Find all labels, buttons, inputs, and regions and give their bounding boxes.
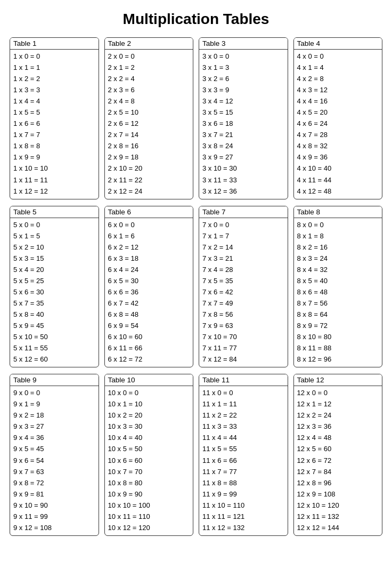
table-row: 4 x 2 = 8 (297, 73, 379, 84)
table-row: 8 x 6 = 48 (297, 286, 379, 298)
table-row: 1 x 5 = 5 (13, 107, 95, 118)
table-row: 8 x 9 = 72 (297, 320, 379, 331)
table-row: 10 x 10 = 100 (108, 500, 190, 511)
table-row: 8 x 0 = 0 (297, 219, 379, 230)
table-row: 4 x 0 = 0 (297, 51, 379, 62)
table-title-9: Table 9 (10, 374, 99, 386)
table-row: 4 x 1 = 4 (297, 62, 379, 73)
table-title-7: Table 7 (199, 206, 288, 218)
table-row: 12 x 6 = 72 (297, 455, 379, 466)
table-row: 10 x 5 = 50 (108, 443, 190, 454)
table-row: 7 x 6 = 42 (202, 286, 284, 298)
table-row: 9 x 2 = 18 (13, 410, 95, 421)
table-row: 1 x 0 = 0 (13, 51, 95, 62)
table-row: 4 x 5 = 20 (297, 107, 379, 118)
multiplication-table-11: Table 1111 x 0 = 011 x 1 = 1111 x 2 = 22… (199, 374, 288, 536)
table-row: 10 x 0 = 0 (108, 387, 190, 398)
table-row: 4 x 11 = 44 (297, 174, 379, 186)
table-row: 10 x 9 = 90 (108, 488, 190, 500)
table-row: 12 x 8 = 96 (297, 477, 379, 488)
table-title-11: Table 11 (199, 374, 288, 386)
table-row: 10 x 2 = 20 (108, 410, 190, 421)
table-row: 2 x 11 = 22 (108, 174, 190, 186)
table-row: 2 x 3 = 6 (108, 84, 190, 95)
table-row: 4 x 12 = 48 (297, 186, 379, 197)
table-row: 12 x 11 = 132 (297, 511, 379, 522)
table-row: 11 x 0 = 0 (202, 387, 284, 398)
table-row: 12 x 1 = 12 (297, 398, 379, 410)
table-row: 11 x 4 = 44 (202, 432, 284, 443)
table-row: 2 x 7 = 14 (108, 129, 190, 140)
table-row: 6 x 8 = 48 (108, 309, 190, 320)
table-row: 5 x 3 = 15 (13, 253, 95, 264)
table-row: 5 x 7 = 35 (13, 298, 95, 309)
table-row: 3 x 2 = 6 (202, 73, 284, 84)
table-row: 2 x 8 = 16 (108, 140, 190, 151)
table-row: 6 x 10 = 60 (108, 331, 190, 342)
table-row: 8 x 10 = 80 (297, 331, 379, 342)
table-row: 8 x 11 = 88 (297, 342, 379, 354)
table-row: 12 x 9 = 108 (297, 488, 379, 500)
table-row: 5 x 0 = 0 (13, 219, 95, 230)
table-row: 6 x 4 = 24 (108, 264, 190, 275)
table-row: 2 x 12 = 24 (108, 186, 190, 197)
table-row: 3 x 9 = 27 (202, 151, 284, 163)
multiplication-table-8: Table 88 x 0 = 08 x 1 = 88 x 2 = 168 x 3… (293, 206, 383, 368)
table-row: 7 x 11 = 77 (202, 342, 284, 354)
table-row: 6 x 9 = 54 (108, 320, 190, 331)
table-row: 9 x 9 = 81 (13, 488, 95, 500)
multiplication-table-7: Table 77 x 0 = 07 x 1 = 77 x 2 = 147 x 3… (199, 206, 288, 368)
table-row: 2 x 1 = 2 (108, 62, 190, 73)
table-row: 4 x 7 = 28 (297, 129, 379, 140)
table-row: 10 x 3 = 30 (108, 421, 190, 432)
table-row: 6 x 11 = 66 (108, 342, 190, 354)
table-rows-10: 10 x 0 = 010 x 1 = 1010 x 2 = 2010 x 3 =… (105, 386, 193, 535)
table-rows-9: 9 x 0 = 09 x 1 = 99 x 2 = 189 x 3 = 279 … (10, 386, 99, 535)
table-row: 9 x 8 = 72 (13, 477, 95, 488)
table-row: 12 x 10 = 120 (297, 500, 379, 511)
table-row: 4 x 3 = 12 (297, 84, 379, 95)
table-title-10: Table 10 (105, 374, 193, 386)
table-row: 12 x 0 = 0 (297, 387, 379, 398)
table-row: 5 x 2 = 10 (13, 242, 95, 253)
multiplication-table-4: Table 44 x 0 = 04 x 1 = 44 x 2 = 84 x 3 … (293, 37, 383, 199)
table-row: 1 x 1 = 1 (13, 62, 95, 73)
table-row: 4 x 6 = 24 (297, 118, 379, 129)
table-row: 9 x 10 = 90 (13, 500, 95, 511)
table-row: 2 x 9 = 18 (108, 151, 190, 163)
table-row: 2 x 5 = 10 (108, 107, 190, 118)
table-row: 2 x 0 = 0 (108, 51, 190, 62)
table-row: 8 x 5 = 40 (297, 275, 379, 286)
table-row: 12 x 2 = 24 (297, 410, 379, 421)
table-row: 4 x 9 = 36 (297, 151, 379, 163)
table-row: 7 x 0 = 0 (202, 219, 284, 230)
table-title-2: Table 2 (105, 38, 193, 50)
table-title-3: Table 3 (199, 38, 288, 50)
table-row: 5 x 10 = 50 (13, 331, 95, 342)
multiplication-table-9: Table 99 x 0 = 09 x 1 = 99 x 2 = 189 x 3… (10, 374, 99, 536)
table-row: 3 x 0 = 0 (202, 51, 284, 62)
table-row: 4 x 8 = 32 (297, 140, 379, 151)
table-row: 3 x 5 = 15 (202, 107, 284, 118)
table-row: 8 x 2 = 16 (297, 242, 379, 253)
table-row: 3 x 11 = 33 (202, 174, 284, 186)
table-row: 3 x 1 = 3 (202, 62, 284, 73)
table-row: 7 x 10 = 70 (202, 331, 284, 342)
multiplication-table-12: Table 1212 x 0 = 012 x 1 = 1212 x 2 = 24… (293, 374, 383, 536)
table-rows-3: 3 x 0 = 03 x 1 = 33 x 2 = 63 x 3 = 93 x … (199, 50, 288, 199)
table-row: 8 x 4 = 32 (297, 264, 379, 275)
table-rows-11: 11 x 0 = 011 x 1 = 1111 x 2 = 2211 x 3 =… (199, 386, 288, 535)
table-row: 3 x 6 = 18 (202, 118, 284, 129)
table-row: 11 x 9 = 99 (202, 488, 284, 500)
tables-grid: Table 11 x 0 = 01 x 1 = 11 x 2 = 21 x 3 … (10, 37, 382, 536)
multiplication-table-3: Table 33 x 0 = 03 x 1 = 33 x 2 = 63 x 3 … (199, 37, 288, 199)
table-row: 7 x 1 = 7 (202, 230, 284, 242)
table-row: 11 x 1 = 11 (202, 398, 284, 410)
table-row: 10 x 12 = 120 (108, 522, 190, 533)
table-row: 1 x 6 = 6 (13, 118, 95, 129)
table-row: 6 x 2 = 12 (108, 242, 190, 253)
table-row: 11 x 12 = 132 (202, 522, 284, 533)
table-row: 9 x 4 = 36 (13, 432, 95, 443)
multiplication-table-1: Table 11 x 0 = 01 x 1 = 11 x 2 = 21 x 3 … (10, 37, 99, 199)
table-row: 9 x 11 = 99 (13, 511, 95, 522)
